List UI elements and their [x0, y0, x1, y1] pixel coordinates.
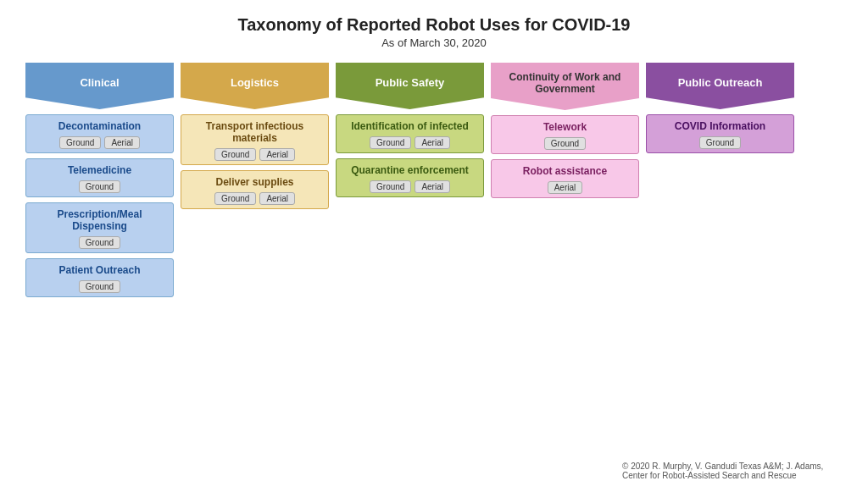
sub-item-title-clinical-3: Patient Outreach — [33, 264, 166, 276]
sub-item-continuity-0: TeleworkGround — [491, 115, 639, 154]
column-public-safety: Public SafetyIdentification of infectedG… — [336, 63, 484, 197]
sub-item-title-logistics-0: Transport infectious materials — [188, 120, 321, 144]
sub-item-title-clinical-1: Telemedicine — [33, 164, 166, 176]
tag-ground: Ground — [79, 280, 120, 293]
sub-item-public-safety-0: Identification of infectedGroundAerial — [336, 114, 484, 153]
tag-ground: Ground — [59, 136, 101, 149]
tags-public-safety-1: GroundAerial — [343, 180, 476, 193]
sub-item-title-public-safety-1: Quarantine enforcement — [343, 164, 476, 176]
sub-item-title-continuity-0: Telework — [498, 121, 632, 133]
column-public-outreach: Public OutreachCOVID InformationGround — [646, 63, 794, 153]
sub-item-clinical-0: DecontaminationGroundAerial — [25, 114, 174, 153]
tag-ground: Ground — [370, 180, 411, 193]
subtitle: As of March 30, 2020 — [25, 36, 843, 49]
category-header-clinical: Clinical — [25, 63, 174, 109]
sub-item-title-clinical-2: Prescription/Meal Dispensing — [33, 208, 166, 232]
tags-clinical-1: Ground — [33, 180, 166, 193]
page: Taxonomy of Reported Robot Uses for COVI… — [0, 0, 868, 492]
category-header-public-safety: Public Safety — [336, 63, 484, 109]
category-header-continuity: Continuity of Work and Government — [491, 63, 639, 110]
sub-item-public-safety-1: Quarantine enforcementGroundAerial — [336, 158, 484, 197]
tags-clinical-2: Ground — [33, 236, 166, 249]
tag-aerial: Aerial — [104, 136, 140, 149]
sub-item-title-public-safety-0: Identification of infected — [343, 120, 476, 132]
tag-aerial: Aerial — [415, 136, 450, 149]
tag-aerial: Aerial — [548, 181, 583, 194]
column-logistics: LogisticsTransport infectious materialsG… — [181, 63, 329, 209]
sub-item-clinical-2: Prescription/Meal DispensingGround — [25, 202, 174, 253]
category-header-public-outreach: Public Outreach — [646, 63, 794, 109]
sub-item-logistics-1: Deliver suppliesGroundAerial — [181, 170, 329, 209]
tags-public-safety-0: GroundAerial — [343, 136, 476, 149]
sub-item-title-logistics-1: Deliver supplies — [188, 176, 321, 188]
tag-ground: Ground — [79, 236, 120, 249]
tags-clinical-3: Ground — [33, 280, 166, 293]
footer-note: © 2020 R. Murphy, V. Gandudi Texas A&M; … — [622, 462, 843, 480]
tag-ground: Ground — [370, 136, 411, 149]
tag-aerial: Aerial — [415, 180, 450, 193]
sub-item-title-continuity-1: Robot assistance — [498, 165, 632, 177]
column-clinical: ClinicalDecontaminationGroundAerialTelem… — [25, 63, 174, 297]
tag-ground: Ground — [214, 148, 256, 161]
category-header-logistics: Logistics — [181, 63, 329, 109]
tags-logistics-1: GroundAerial — [188, 192, 321, 205]
tags-clinical-0: GroundAerial — [33, 136, 166, 149]
title-section: Taxonomy of Reported Robot Uses for COVI… — [25, 15, 843, 49]
tag-ground: Ground — [699, 136, 741, 149]
sub-item-clinical-1: TelemedicineGround — [25, 158, 174, 197]
tags-public-outreach-0: Ground — [654, 136, 787, 149]
sub-item-public-outreach-0: COVID InformationGround — [646, 114, 794, 153]
column-continuity: Continuity of Work and GovernmentTelewor… — [491, 63, 639, 198]
sub-item-logistics-0: Transport infectious materialsGroundAeri… — [181, 114, 329, 165]
sub-item-title-public-outreach-0: COVID Information — [654, 120, 787, 132]
main-title: Taxonomy of Reported Robot Uses for COVI… — [25, 15, 843, 35]
tags-continuity-0: Ground — [498, 137, 632, 150]
sub-item-clinical-3: Patient OutreachGround — [25, 258, 174, 297]
tag-ground: Ground — [544, 137, 586, 150]
tag-ground: Ground — [79, 180, 120, 193]
tag-aerial: Aerial — [259, 148, 295, 161]
tags-continuity-1: Aerial — [498, 181, 632, 194]
sub-item-title-clinical-0: Decontamination — [33, 120, 166, 132]
tags-logistics-0: GroundAerial — [188, 148, 321, 161]
sub-item-continuity-1: Robot assistanceAerial — [491, 159, 639, 198]
tag-ground: Ground — [214, 192, 256, 205]
tag-aerial: Aerial — [259, 192, 295, 205]
taxonomy-grid: ClinicalDecontaminationGroundAerialTelem… — [25, 63, 843, 297]
